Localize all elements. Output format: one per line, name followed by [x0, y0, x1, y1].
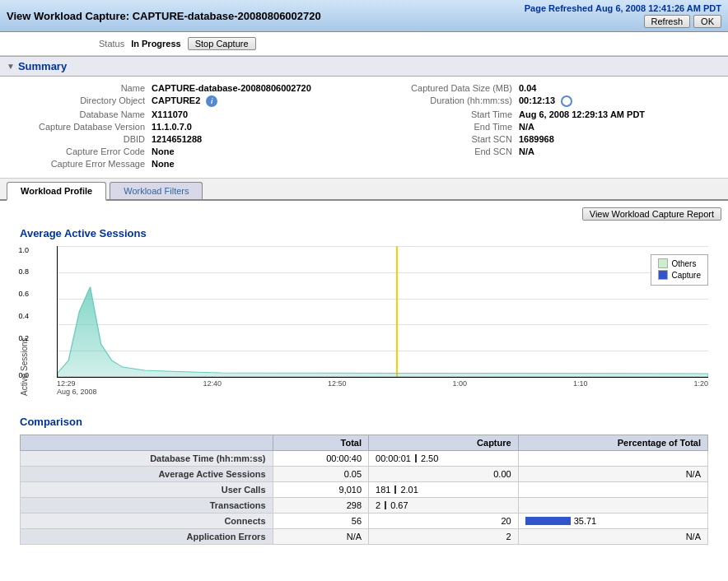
- end-time-label: End Time: [380, 122, 512, 132]
- start-time-label: Start Time: [380, 109, 512, 119]
- col-header-capture: Capture: [369, 435, 519, 451]
- error-code-label: Capture Error Code: [13, 146, 145, 156]
- legend-others: Others: [658, 258, 701, 268]
- end-time-value: N/A: [519, 122, 534, 132]
- summary-section-header: ▼ Summary: [0, 56, 728, 77]
- table-row: Application Errors N/A 2 N/A: [21, 529, 708, 545]
- captured-size-label: Captured Data Size (MB): [380, 83, 512, 93]
- stop-capture-button[interactable]: Stop Capture: [188, 37, 256, 50]
- refresh-info: Page Refreshed Aug 6, 2008 12:41:26 AM P…: [525, 3, 721, 13]
- directory-label: Directory Object: [13, 95, 145, 107]
- y-tick-0.8: 0.8: [18, 267, 29, 276]
- y-tick-0.6: 0.6: [18, 290, 29, 298]
- summary-content: Name CAPTURE-database-20080806002720 Dir…: [0, 77, 728, 179]
- row-label-db-time: Database Time (hh:mm:ss): [21, 451, 273, 467]
- comparison-table-head: Total Capture Percentage of Total: [21, 435, 708, 451]
- summary-right: Captured Data Size (MB) 0.04 Duration (h…: [380, 83, 715, 171]
- summary-dbid-row: DBID 1214651288: [13, 134, 348, 144]
- chart-svg: [58, 246, 708, 377]
- ok-button[interactable]: OK: [693, 15, 721, 28]
- error-msg-label: Capture Error Message: [13, 159, 145, 169]
- legend-others-label: Others: [671, 259, 696, 268]
- x-label-120: 1:20: [693, 379, 708, 396]
- comparison-title: Comparison: [20, 416, 708, 428]
- name-value: CAPTURE-database-20080806002720: [152, 83, 311, 93]
- y-tick-0.0: 0.0: [18, 371, 29, 379]
- summary-database-row: Database Name X111070: [13, 109, 348, 119]
- info-icon[interactable]: i: [206, 95, 217, 107]
- x-label-1240: 12:40: [203, 379, 222, 396]
- collapse-triangle-icon: ▼: [7, 62, 15, 71]
- table-row: User Calls 9,010 181 2.01: [21, 482, 708, 498]
- summary-error-msg-row: Capture Error Message None: [13, 159, 348, 169]
- row-total-user-calls: 9,010: [273, 482, 369, 498]
- bar-cell-db-time: 00:00:01 2.50: [376, 453, 511, 463]
- row-capture-connects: 20: [369, 514, 519, 529]
- duration-label: Duration (hh:mm:ss): [380, 95, 512, 107]
- clock-icon: [561, 95, 572, 107]
- comparison-table: Total Capture Percentage of Total Databa…: [20, 435, 708, 545]
- x-axis: 12:29Aug 6, 2008 12:40 12:50 1:00 1:10 1…: [57, 379, 708, 396]
- tab-workload-filters[interactable]: Workload Filters: [110, 182, 203, 199]
- comparison-table-body: Database Time (hh:mm:ss) 00:00:40 00:00:…: [21, 451, 708, 545]
- table-row: Database Time (hh:mm:ss) 00:00:40 00:00:…: [21, 451, 708, 467]
- x-label-1250: 12:50: [328, 379, 347, 396]
- dbid-label: DBID: [13, 134, 145, 144]
- row-pct-avg-sessions: N/A: [518, 467, 707, 482]
- bar-cell-connects: 35.71: [525, 516, 701, 526]
- comparison-header-row: Total Capture Percentage of Total: [21, 435, 708, 451]
- start-time-row: Start Time Aug 6, 2008 12:29:13 AM PDT: [380, 109, 715, 119]
- row-capture-app-errors: 2: [369, 529, 519, 545]
- end-time-row: End Time N/A: [380, 122, 715, 132]
- connects-progress-bar: [525, 517, 571, 525]
- database-label: Database Name: [13, 109, 145, 119]
- row-total-db-time: 00:00:40: [273, 451, 369, 467]
- legend-capture-label: Capture: [671, 271, 701, 280]
- table-row: Connects 56 20 35.71: [21, 514, 708, 529]
- chart-wrapper: 1.0 0.8 0.6 0.4 0.2 0.0: [32, 246, 708, 396]
- row-pct-db-time: [518, 451, 707, 467]
- row-pct-connects: 35.71: [518, 514, 707, 529]
- database-value: X111070: [152, 109, 188, 119]
- summary-title: Summary: [18, 60, 67, 72]
- row-label-avg-sessions: Average Active Sessions: [21, 467, 273, 482]
- status-label: Status: [99, 39, 124, 49]
- header-buttons: Refresh OK: [644, 15, 721, 28]
- end-scn-label: End SCN: [380, 146, 512, 156]
- row-capture-db-time: 00:00:01 2.50: [369, 451, 519, 467]
- col-header-percentage: Percentage of Total: [518, 435, 707, 451]
- x-label-1229: 12:29Aug 6, 2008: [57, 379, 97, 396]
- dbid-value: 1214651288: [152, 134, 202, 144]
- view-report-button[interactable]: View Workload Capture Report: [582, 207, 721, 221]
- y-tick-1.0: 1.0: [18, 246, 29, 254]
- row-label-app-errors: Application Errors: [21, 529, 273, 545]
- error-msg-value: None: [152, 159, 175, 169]
- summary-error-code-row: Capture Error Code None: [13, 146, 348, 156]
- row-pct-transactions: [518, 498, 707, 514]
- bar-cell-user-calls: 181 2.01: [376, 485, 511, 495]
- start-scn-row: Start SCN 1689968: [380, 134, 715, 144]
- y-ticks: 1.0 0.8 0.6 0.4 0.2 0.0: [9, 246, 32, 378]
- capture-db-version-value: 11.1.0.7.0: [152, 122, 192, 132]
- divider-bar: [415, 454, 417, 462]
- tabs-bar: Workload Profile Workload Filters: [0, 179, 728, 201]
- chart-inner: [57, 246, 708, 378]
- row-total-app-errors: N/A: [273, 529, 369, 545]
- start-scn-value: 1689968: [519, 134, 554, 144]
- capture-db-version-label: Capture Database Version: [13, 122, 145, 132]
- legend-others-box: [658, 258, 668, 268]
- start-time-value: Aug 6, 2008 12:29:13 AM PDT: [519, 109, 645, 119]
- name-label: Name: [13, 83, 145, 93]
- directory-value: CAPTURE2 i: [152, 95, 217, 107]
- end-scn-value: N/A: [519, 146, 534, 156]
- error-code-value: None: [152, 146, 175, 156]
- table-row: Average Active Sessions 0.05 0.00 N/A: [21, 467, 708, 482]
- tab-workload-profile[interactable]: Workload Profile: [7, 182, 106, 201]
- y-tick-0.2: 0.2: [18, 334, 29, 342]
- x-label-110: 1:10: [573, 379, 588, 396]
- workload-profile-content: View Workload Capture Report Average Act…: [0, 201, 728, 558]
- refresh-button[interactable]: Refresh: [644, 15, 691, 28]
- col-header-label: [21, 435, 273, 451]
- duration-value: 00:12:13: [519, 95, 572, 107]
- row-label-connects: Connects: [21, 514, 273, 529]
